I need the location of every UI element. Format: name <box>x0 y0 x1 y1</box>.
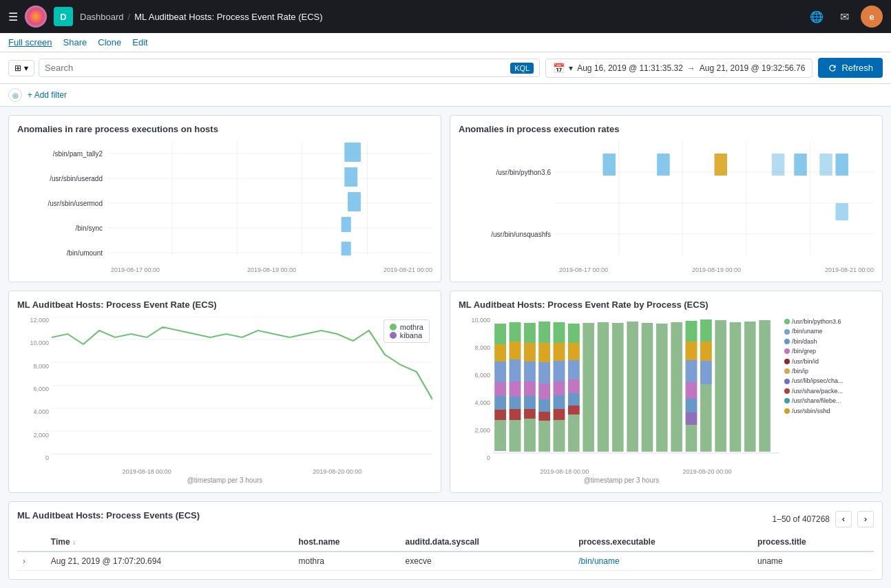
refresh-label: Refresh <box>841 63 873 73</box>
search-input[interactable] <box>45 59 510 76</box>
col-title[interactable]: process.title <box>752 533 874 552</box>
svg-rect-47 <box>510 359 521 381</box>
svg-rect-93 <box>568 379 580 393</box>
svg-rect-53 <box>524 323 536 343</box>
col-hostname[interactable]: host.name <box>293 533 399 552</box>
panel-rare-process: Anomalies in rare process executions on … <box>8 115 441 282</box>
nav-clone[interactable]: Clone <box>98 37 121 48</box>
panel-stacked-chart: ML Auditbeat Hosts: Process Event Rate b… <box>450 291 883 493</box>
panel-events-table: ML Auditbeat Hosts: Process Events (ECS)… <box>8 501 883 580</box>
svg-rect-103 <box>700 342 712 361</box>
filter-right: 📅 ▾ Aug 16, 2019 @ 11:31:35.32 → Aug 21,… <box>545 58 883 78</box>
prev-page-button[interactable]: ‹ <box>835 511 852 527</box>
y-10000: 10,000 <box>30 339 49 346</box>
avatar[interactable]: e <box>861 6 883 28</box>
legend-kibana: kibana <box>390 331 423 339</box>
events-table: Time ↓ host.name auditd.data.syscall pro… <box>17 533 874 571</box>
nav-edit[interactable]: Edit <box>132 37 147 48</box>
filter-type-chevron: ▾ <box>24 63 28 73</box>
breadcrumb-parent[interactable]: Dashboard <box>80 12 124 22</box>
filter-icon[interactable]: ◎ <box>8 88 22 102</box>
time-picker[interactable]: 📅 ▾ Aug 16, 2019 @ 11:31:35.32 → Aug 21,… <box>545 59 813 78</box>
svg-rect-67 <box>538 421 550 452</box>
svg-rect-74 <box>554 409 565 420</box>
svg-rect-65 <box>538 399 550 412</box>
legend-mothra: mothra <box>390 323 423 331</box>
sl-7: /usr/lib/ipsec/cha... <box>784 376 874 386</box>
svg-rect-37 <box>494 324 506 344</box>
svg-rect-41 <box>494 396 506 410</box>
add-filter-link[interactable]: + Add filter <box>28 90 67 100</box>
stacked-x-2: 2019-08-20 00:00 <box>683 468 732 475</box>
dashboard-row-2: ML Auditbeat Hosts: Process Event Rate (… <box>8 291 883 493</box>
svg-rect-59 <box>524 419 536 452</box>
svg-rect-94 <box>568 393 580 406</box>
nav-share[interactable]: Share <box>63 37 87 48</box>
legend-mothra-label: mothra <box>400 323 423 331</box>
rate-x-label-3: 2019-08-21 00:00 <box>825 266 874 273</box>
svg-rect-43 <box>494 420 506 451</box>
svg-rect-102 <box>700 319 712 342</box>
row-expand-button[interactable]: › <box>23 556 25 566</box>
svg-rect-79 <box>612 323 624 452</box>
filter-type-button[interactable]: ⊞ ▾ <box>8 60 34 76</box>
globe-icon[interactable]: 🌐 <box>806 6 828 28</box>
svg-rect-72 <box>554 381 565 395</box>
svg-rect-86 <box>715 320 726 452</box>
col-executable[interactable]: process.executable <box>573 533 752 552</box>
breadcrumb-current: ML Auditbeat Hosts: Process Event Rate (… <box>134 12 322 22</box>
y-4000: 4,000 <box>33 408 49 415</box>
refresh-button[interactable]: Refresh <box>818 58 883 78</box>
panel-rare-process-title: Anomalies in rare process executions on … <box>17 124 432 134</box>
sy-6000: 6,000 <box>474 372 490 379</box>
svg-rect-42 <box>494 410 506 420</box>
svg-rect-90 <box>568 324 580 343</box>
mail-icon[interactable]: ✉ <box>833 6 855 28</box>
sl-1: /usr/bin/python3.6 <box>784 317 874 326</box>
svg-rect-28 <box>835 203 848 220</box>
y-12000: 12,000 <box>30 317 49 324</box>
executable-link[interactable]: /bin/uname <box>578 556 619 566</box>
sl-4: /bin/grep <box>784 346 874 356</box>
svg-rect-96 <box>686 321 698 342</box>
svg-rect-46 <box>510 342 521 359</box>
sy-4000: 4,000 <box>474 399 490 406</box>
col-time[interactable]: Time ↓ <box>45 533 293 552</box>
sl-5: /usr/bin/id <box>784 357 874 366</box>
line-chart-svg <box>52 317 432 454</box>
svg-rect-39 <box>494 361 506 382</box>
search-wrap: KQL <box>39 59 540 77</box>
svg-rect-100 <box>686 399 698 412</box>
rare-process-chart <box>107 141 432 265</box>
dashboard-row-1: Anomalies in rare process executions on … <box>8 115 883 282</box>
svg-rect-50 <box>510 409 521 420</box>
y-8000: 8,000 <box>33 363 49 370</box>
svg-rect-82 <box>656 324 668 452</box>
svg-rect-9 <box>344 143 361 162</box>
svg-rect-51 <box>510 420 521 452</box>
pagination-info: 1–50 of 407268 <box>773 514 830 524</box>
svg-rect-24 <box>772 154 785 176</box>
kql-badge[interactable]: KQL <box>510 63 534 74</box>
col-syscall[interactable]: auditd.data.syscall <box>400 533 574 552</box>
cell-syscall: execve <box>400 552 574 571</box>
svg-rect-97 <box>686 342 698 360</box>
sl-6: /bin/ip <box>784 366 874 376</box>
svg-rect-56 <box>524 381 536 396</box>
menu-icon[interactable]: ☰ <box>8 10 18 23</box>
chevron-icon: ▾ <box>569 63 573 73</box>
table-pagination: 1–50 of 407268 ‹ › <box>773 511 874 527</box>
sl-2: /bin/uname <box>784 326 874 336</box>
svg-rect-71 <box>554 361 565 381</box>
panel-execution-rates: Anomalies in process execution rates /us… <box>450 115 883 282</box>
svg-rect-66 <box>538 412 550 421</box>
filter-bar: ⊞ ▾ KQL 📅 ▾ Aug 16, 2019 @ 11:31:35.32 →… <box>0 52 891 84</box>
stacked-x-1: 2019-08-18 00:00 <box>540 468 589 475</box>
svg-rect-27 <box>835 154 848 176</box>
next-page-button[interactable]: › <box>857 511 874 527</box>
breadcrumb-separator: / <box>128 12 131 22</box>
nav-fullscreen[interactable]: Full screen <box>8 37 52 48</box>
svg-rect-48 <box>510 381 521 397</box>
stacked-chart-svg <box>493 317 779 454</box>
x-label-1: 2019-08-17 00:00 <box>111 266 160 273</box>
